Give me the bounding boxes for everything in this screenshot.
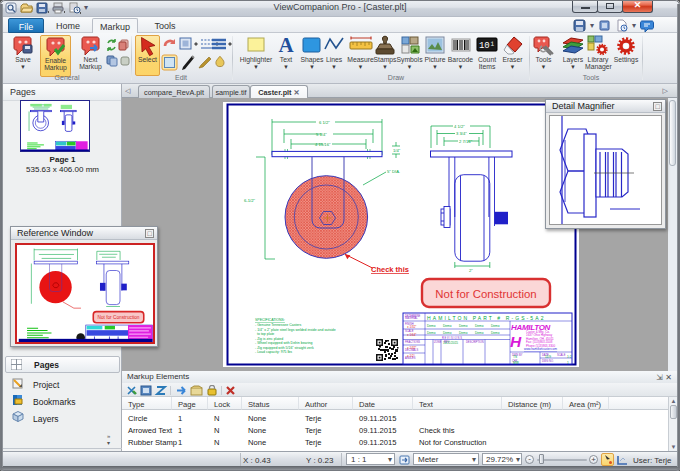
svg-text:Demo: Demo [443, 331, 452, 335]
svg-text:± 1/2°: ± 1/2° [407, 354, 416, 358]
svg-text:A: A [278, 35, 294, 55]
svg-text:Check this: Check this [371, 265, 409, 274]
svg-text:- Load capacity: 975 lbs: - Load capacity: 975 lbs [255, 350, 292, 354]
svg-text:10/21/2015: 10/21/2015 [443, 341, 458, 345]
svg-text:Demo: Demo [491, 324, 500, 328]
svg-text:5 1/4": 5 1/4" [316, 132, 327, 137]
svg-text:SCALE: SCALE [557, 353, 566, 357]
svg-text:- Zig is zinc plated: - Zig is zinc plated [255, 337, 283, 341]
svg-text:SPECIFICATIONS:: SPECIFICATIONS: [255, 318, 285, 322]
svg-text:HAMILTON PART # R-GS-5A2: HAMILTON PART # R-GS-5A2 [427, 315, 546, 321]
svg-text:Demo: Demo [443, 324, 452, 328]
svg-text:ZONE: ZONE [434, 340, 441, 344]
svg-text:± 1/32": ± 1/32" [407, 325, 416, 329]
svg-text:1/4": 1/4" [393, 148, 401, 153]
svg-text:FRACTIONS: FRACTIONS [405, 340, 420, 344]
svg-text:3 3/4": 3 3/4" [456, 131, 467, 136]
svg-text:Demo: Demo [475, 324, 484, 328]
svg-text:4 15/16": 4 15/16" [315, 142, 331, 147]
svg-text:www.hamiltoncaster.com: www.hamiltoncaster.com [524, 347, 558, 351]
svg-text:DWG NO.: DWG NO. [542, 359, 554, 363]
svg-text:Demo: Demo [427, 324, 436, 328]
svg-text:2 7/16": 2 7/16" [459, 139, 473, 144]
svg-text:6-1/2": 6-1/2" [244, 198, 256, 203]
svg-text:MATERIAL: MATERIAL [405, 316, 418, 320]
svg-text:6 1/2": 6 1/2" [319, 120, 330, 125]
svg-text:4 1/2": 4 1/2" [454, 124, 465, 129]
svg-text:- 1/4" x 2" plate steel legs w: - 1/4" x 2" plate steel legs welded insi… [255, 328, 336, 332]
svg-text:± 1/64": ± 1/64" [407, 333, 416, 337]
svg-text:5" DIA.: 5" DIA. [387, 169, 400, 174]
svg-text:1: 1 [567, 361, 569, 365]
svg-text:Demo: Demo [459, 331, 468, 335]
svg-text:H: H [510, 333, 522, 350]
svg-text:11/9: 11/9 [545, 355, 551, 359]
svg-text:Demo: Demo [475, 331, 484, 335]
svg-text:DESCRIPTION: DESCRIPTION [466, 340, 484, 344]
svg-text:- Zig equipped with 5/16" stra: - Zig equipped with 5/16" straight zerk [255, 346, 314, 350]
svg-text:1:2: 1:2 [567, 355, 572, 359]
svg-text:Demo: Demo [427, 331, 436, 335]
svg-text:MW: MW [513, 361, 519, 365]
svg-text:Demo: Demo [459, 324, 468, 328]
svg-text:R E V I S I O N S: R E V I S I O N S [442, 336, 462, 340]
svg-text:Not for Construction: Not for Construction [98, 315, 140, 320]
svg-text:to top plate: to top plate [257, 332, 274, 336]
svg-text:± 1/32": ± 1/32" [407, 346, 416, 350]
svg-text:TS: TS [513, 355, 517, 359]
svg-text:- Genuine Tennessee Casters: - Genuine Tennessee Casters [255, 323, 301, 327]
svg-text:10¹: 10¹ [479, 41, 495, 51]
svg-text:- Wheel equipped with Delrin b: - Wheel equipped with Delrin bearing [255, 341, 312, 345]
svg-text:Demo: Demo [491, 331, 500, 335]
svg-text:2": 2" [469, 268, 473, 273]
svg-text:Not for Construction: Not for Construction [435, 288, 536, 300]
